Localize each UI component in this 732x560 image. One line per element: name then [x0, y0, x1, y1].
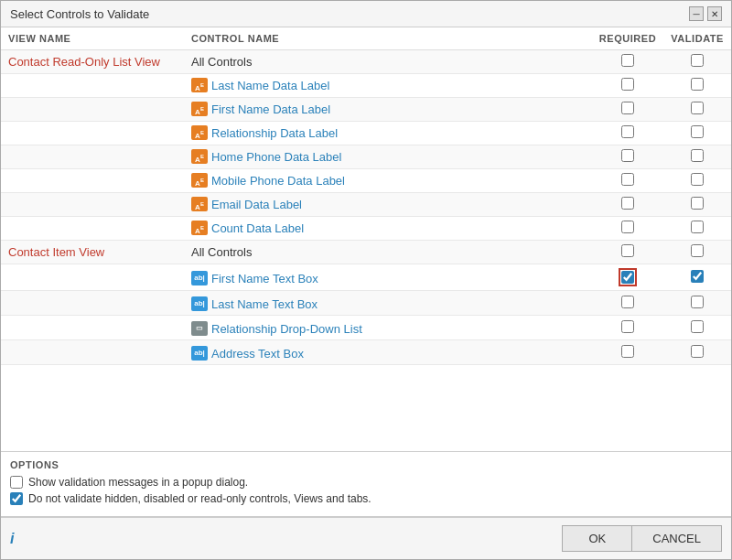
validate-cell — [663, 264, 731, 291]
ab-icon: ab| — [191, 346, 208, 361]
control-label: AEFirst Name Data Label — [191, 102, 330, 116]
table-row: AEMobile Phone Data Label — [1, 169, 731, 193]
table-row: ab|Last Name Text Box — [1, 291, 731, 316]
ae-icon: AE — [191, 102, 208, 116]
validate-checkbox[interactable] — [691, 173, 704, 186]
control-link[interactable]: First Name Text Box — [211, 272, 318, 285]
title-bar: Select Controls to Validate ─ ✕ — [1, 1, 731, 27]
required-checkbox[interactable] — [621, 221, 634, 233]
cancel-button[interactable]: CANCEL — [632, 525, 722, 552]
control-label: AEHome Phone Data Label — [191, 149, 341, 164]
required-checkbox[interactable] — [621, 102, 634, 114]
control-label: ab|First Name Text Box — [191, 271, 318, 285]
required-cell — [592, 340, 663, 365]
validate-checkbox[interactable] — [691, 78, 704, 91]
table-row: AERelationship Data Label — [1, 122, 731, 145]
control-link[interactable]: Home Phone Data Label — [211, 150, 341, 164]
control-name-cell: AELast Name Data Label — [184, 74, 592, 98]
control-link[interactable]: Count Data Label — [211, 221, 304, 235]
view-name-cell — [1, 169, 184, 193]
view-name-cell — [1, 98, 184, 122]
required-checkbox[interactable] — [621, 149, 634, 162]
control-link[interactable]: Email Data Label — [211, 198, 302, 211]
required-cell — [592, 241, 663, 264]
options-label: OPTIONS — [10, 459, 722, 470]
required-cell — [592, 98, 663, 122]
ae-icon: AE — [191, 197, 208, 211]
required-checkbox[interactable] — [621, 173, 634, 186]
required-cell — [592, 74, 663, 98]
required-checkbox[interactable] — [621, 271, 634, 284]
view-name-cell: Contact Read-Only List View — [1, 50, 184, 74]
validate-checkbox[interactable] — [691, 125, 704, 138]
control-label: ab|Address Text Box — [191, 346, 304, 361]
validate-checkbox[interactable] — [691, 244, 704, 257]
validate-checkbox[interactable] — [691, 221, 704, 233]
required-cell — [592, 291, 663, 316]
validate-checkbox[interactable] — [691, 345, 704, 358]
control-name-cell: AEHome Phone Data Label — [184, 145, 592, 169]
control-name-cell: ab|Last Name Text Box — [184, 291, 592, 316]
required-checkbox[interactable] — [621, 345, 634, 358]
minimize-button[interactable]: ─ — [689, 6, 704, 21]
col-control-name: CONTROL NAME — [184, 27, 592, 50]
options-section: OPTIONS Show validation messages in a po… — [1, 452, 731, 517]
validate-checkbox[interactable] — [691, 197, 704, 210]
controls-table: VIEW NAME CONTROL NAME REQUIRED VALIDATE… — [1, 27, 731, 365]
option2-checkbox[interactable] — [10, 492, 23, 505]
required-checkbox[interactable] — [621, 78, 634, 91]
validate-checkbox[interactable] — [691, 54, 704, 67]
control-name-cell: ab|First Name Text Box — [184, 264, 592, 291]
required-checkbox[interactable] — [621, 197, 634, 210]
control-link[interactable]: Address Text Box — [211, 347, 304, 361]
required-checkbox[interactable] — [621, 125, 634, 138]
ok-button[interactable]: OK — [562, 525, 632, 552]
validate-checkbox[interactable] — [691, 296, 704, 308]
control-link[interactable]: First Name Data Label — [211, 102, 330, 116]
control-name-cell: AECount Data Label — [184, 217, 592, 241]
required-cell — [592, 169, 663, 193]
view-name-cell — [1, 340, 184, 365]
ab-icon: ab| — [191, 296, 208, 311]
control-link[interactable]: Mobile Phone Data Label — [211, 174, 345, 188]
required-checkbox[interactable] — [621, 244, 634, 257]
required-cell — [592, 316, 663, 340]
control-label: AECount Data Label — [191, 221, 304, 235]
control-text: All Controls — [191, 55, 252, 69]
title-bar-controls: ─ ✕ — [689, 6, 722, 21]
control-label: AEEmail Data Label — [191, 197, 302, 211]
view-name-cell — [1, 217, 184, 241]
required-checkbox[interactable] — [621, 54, 634, 67]
table-row: Contact Item ViewAll Controls — [1, 241, 731, 264]
validate-checkbox[interactable] — [691, 320, 704, 333]
control-link[interactable]: Relationship Drop-Down List — [211, 322, 362, 336]
validate-checkbox[interactable] — [691, 270, 704, 283]
ae-icon: AE — [191, 221, 208, 235]
control-name-cell: AERelationship Data Label — [184, 122, 592, 145]
control-link[interactable]: Relationship Data Label — [211, 126, 338, 140]
required-checkbox[interactable] — [621, 296, 634, 308]
option1-row: Show validation messages in a popup dial… — [10, 476, 722, 489]
control-link[interactable]: Last Name Text Box — [211, 297, 318, 311]
validate-cell — [663, 193, 731, 217]
control-link[interactable]: Last Name Data Label — [211, 79, 329, 92]
validate-checkbox[interactable] — [691, 149, 704, 162]
required-cell — [592, 145, 663, 169]
dd-icon: ▭ — [191, 321, 208, 336]
option1-label: Show validation messages in a popup dial… — [28, 476, 248, 489]
validate-checkbox[interactable] — [691, 102, 704, 114]
control-label: ▭Relationship Drop-Down List — [191, 321, 362, 336]
table-row: AEFirst Name Data Label — [1, 98, 731, 122]
validate-cell — [663, 50, 731, 74]
option1-checkbox[interactable] — [10, 476, 23, 489]
controls-table-body: Contact Read-Only List ViewAll ControlsA… — [1, 50, 731, 365]
close-button[interactable]: ✕ — [707, 6, 722, 21]
required-checkbox[interactable] — [621, 320, 634, 333]
validate-cell — [663, 74, 731, 98]
view-name-cell — [1, 291, 184, 316]
table-row: ab|Address Text Box — [1, 340, 731, 365]
ab-icon: ab| — [191, 271, 208, 285]
control-name-cell: ▭Relationship Drop-Down List — [184, 316, 592, 340]
required-cell — [592, 193, 663, 217]
option2-label: Do not validate hidden, disabled or read… — [28, 492, 371, 505]
